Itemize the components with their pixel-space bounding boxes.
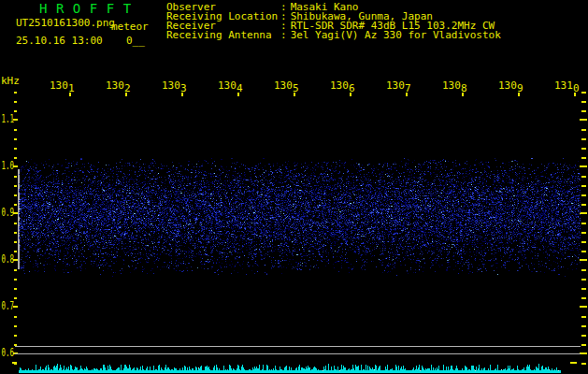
- info-value: 3el Yagi(V) Az 330 for Vladivostok: [291, 29, 501, 41]
- freq-minor-tick-right: [581, 138, 586, 140]
- freq-minor-tick-left: [14, 185, 17, 187]
- freq-minor-tick-left: [14, 101, 17, 103]
- freq-minor-tick-left: [14, 297, 17, 299]
- freq-minor-tick-right: [581, 316, 586, 318]
- freq-axis-label: 0.6: [0, 347, 14, 359]
- freq-minor-tick-right: [581, 148, 586, 150]
- freq-minor-tick-left: [14, 157, 17, 159]
- freq-minor-tick-right: [581, 344, 586, 346]
- time-label-main: 130: [498, 79, 517, 92]
- freq-minor-tick-left: [14, 110, 17, 112]
- freq-major-tick-right: [580, 212, 587, 214]
- freq-axis-label: 1.0: [0, 160, 14, 172]
- spectrogram-noise-band: [19, 157, 581, 277]
- freq-axis-label: 0.7: [0, 300, 14, 312]
- freq-minor-tick-left: [14, 325, 17, 327]
- freq-axis-label: 0.8: [0, 253, 14, 266]
- freq-axis-label: 0.9: [0, 207, 14, 219]
- meter-left-tick: [12, 362, 17, 364]
- freq-major-tick-left: [13, 119, 18, 121]
- time-label-main: 130: [330, 79, 349, 92]
- freq-minor-tick-left: [14, 223, 17, 224]
- freq-minor-tick-left: [14, 288, 17, 290]
- freq-minor-tick-right: [581, 185, 586, 187]
- time-label-main: 130: [218, 79, 237, 92]
- freq-minor-tick-left: [14, 204, 17, 206]
- freq-minor-tick-left: [14, 148, 17, 150]
- time-axis-label: 1305: [274, 80, 299, 92]
- freq-minor-tick-left: [14, 251, 17, 252]
- minute-tick: [181, 93, 183, 96]
- time-axis-label: 1304: [218, 80, 243, 92]
- time-axis-label: 1310: [554, 80, 580, 92]
- freq-minor-tick-left: [14, 316, 17, 318]
- freq-minor-tick-left: [14, 269, 17, 271]
- reference-line-upper: [15, 346, 581, 347]
- freq-major-tick-right: [580, 165, 587, 167]
- echo-counter: 0__: [126, 35, 145, 47]
- freq-minor-tick-right: [581, 279, 586, 280]
- minute-tick: [125, 93, 127, 96]
- freq-minor-tick-right: [581, 325, 586, 327]
- freq-minor-tick-left: [14, 194, 17, 196]
- hrofft-screen: HROFFT UT2510161300.pngmeteor 25.10.16 1…: [0, 0, 588, 374]
- freq-minor-tick-right: [581, 194, 586, 196]
- time-axis: 1301130213031304130513061307130813091310: [0, 80, 588, 99]
- freq-minor-tick-right: [581, 101, 586, 103]
- info-label: Receiving Antenna: [166, 31, 280, 40]
- time-axis-label: 1306: [330, 80, 355, 92]
- time-axis-label: 1302: [106, 80, 131, 92]
- freq-minor-tick-left: [14, 92, 17, 94]
- receiver-info-block: Observer:Masaki KanoReceiving Location:S…: [166, 3, 501, 40]
- info-row: Receiving Antenna:3el Yagi(V) Az 330 for…: [166, 31, 501, 40]
- meter-right-tick: [570, 362, 577, 364]
- freq-axis-label: 1.1: [0, 113, 14, 125]
- freq-major-tick-right: [580, 119, 587, 121]
- time-label-main: 130: [274, 79, 293, 92]
- reference-line-lower: [15, 353, 581, 354]
- freq-minor-tick-left: [14, 232, 17, 234]
- time-axis-label: 1308: [442, 80, 467, 92]
- filename-line: UT2510161300.pngmeteor: [16, 17, 149, 29]
- minute-tick: [462, 93, 464, 96]
- freq-minor-tick-left: [14, 335, 17, 337]
- freq-minor-tick-right: [581, 157, 586, 159]
- freq-minor-tick-left: [14, 138, 17, 140]
- datetime-line: 25.10.16 13:00 0__: [16, 35, 103, 47]
- observation-datetime: 25.10.16 13:00: [16, 35, 103, 47]
- freq-major-tick-right: [580, 259, 587, 261]
- output-filename: UT2510161300.png: [16, 17, 115, 29]
- freq-minor-tick-right: [581, 251, 586, 252]
- freq-minor-tick-left: [14, 279, 17, 280]
- time-axis-label: 1303: [162, 80, 187, 92]
- freq-minor-tick-right: [581, 176, 586, 178]
- time-axis-label: 1301: [50, 80, 75, 92]
- minute-tick: [69, 93, 71, 96]
- freq-minor-tick-right: [581, 223, 586, 224]
- freq-minor-tick-left: [14, 176, 17, 178]
- freq-minor-tick-right: [581, 297, 586, 299]
- station-name: meteor: [111, 21, 149, 33]
- freq-minor-tick-right: [581, 335, 586, 337]
- freq-minor-tick-left: [14, 241, 17, 243]
- minute-tick: [350, 93, 351, 96]
- freq-minor-tick-right: [581, 129, 586, 131]
- time-label-main: 130: [386, 79, 405, 92]
- minute-tick: [574, 93, 576, 96]
- freq-minor-tick-right: [581, 92, 586, 94]
- freq-minor-tick-right: [581, 363, 586, 365]
- minute-tick: [406, 93, 408, 96]
- freq-minor-tick-right: [581, 288, 586, 290]
- time-label-main: 130: [442, 79, 461, 92]
- time-label-main: 130: [106, 79, 124, 92]
- freq-major-tick-left: [13, 165, 18, 167]
- freq-minor-tick-right: [581, 241, 586, 243]
- time-label-main: 130: [162, 79, 180, 92]
- app-title: HROFFT: [39, 1, 140, 16]
- minute-tick: [518, 93, 520, 96]
- minute-tick: [237, 93, 239, 96]
- freq-major-tick-left: [13, 306, 18, 308]
- freq-major-tick-right: [580, 352, 587, 354]
- freq-minor-tick-right: [581, 110, 586, 112]
- freq-minor-tick-right: [581, 204, 586, 206]
